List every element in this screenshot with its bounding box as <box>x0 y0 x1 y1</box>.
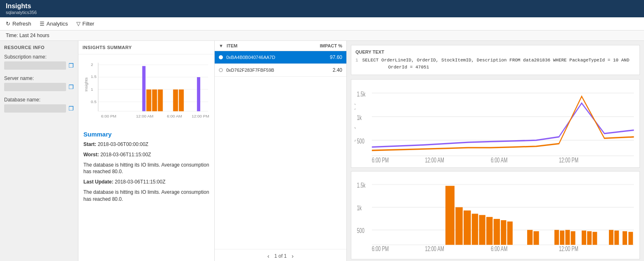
svg-rect-44 <box>472 214 478 245</box>
svg-text:1: 1 <box>91 87 93 92</box>
items-panel: ▼ ITEM IMPACT % 0xBA4B0B040746AA7D 97.60… <box>215 41 347 261</box>
svg-text:6:00 AM: 6:00 AM <box>167 114 182 118</box>
svg-rect-15 <box>197 77 200 111</box>
insights-chart: 2 1.5 1 0.5 <box>78 54 214 127</box>
summary-start: Start: 2018-03-06T00:00:00Z <box>83 141 209 148</box>
table-filter-icon: ▼ <box>219 43 223 48</box>
svg-text:500: 500 <box>357 137 365 145</box>
query-text-content: 1SELECT OrderLineID, OrderID, StockItemI… <box>355 57 635 71</box>
svg-text:6:00 PM: 6:00 PM <box>372 245 389 252</box>
database-label: Database name: <box>4 97 74 103</box>
summary-desc1: The database is hitting its IO limits. A… <box>83 162 209 176</box>
svg-rect-42 <box>455 207 463 245</box>
item-impact: 97.60 <box>309 54 342 60</box>
database-value <box>4 104 66 113</box>
filter-button[interactable]: ▽ Filter <box>76 21 95 27</box>
pagination-prev[interactable]: ‹ <box>268 253 270 259</box>
analytics-button[interactable]: ☰ Analytics <box>40 21 68 27</box>
query-text-label: QUERY TEXT <box>355 49 635 54</box>
svg-text:2: 2 <box>91 62 93 67</box>
app-title: Insights <box>6 2 638 10</box>
resource-info-panel: RESOURCE INFO Subscription name: ❐ Serve… <box>0 41 78 261</box>
subscription-value <box>4 61 66 70</box>
query-text-box: QUERY TEXT 1SELECT OrderLineID, OrderID,… <box>351 45 640 75</box>
server-value <box>4 83 66 91</box>
query-sql: SELECT OrderLineID, OrderID, StockItemID… <box>355 58 630 70</box>
resource-info-title: RESOURCE INFO <box>4 45 74 50</box>
items-pagination: ‹ 1 of 1 › <box>215 249 346 261</box>
pagination-next[interactable]: › <box>292 253 294 259</box>
svg-text:Insights: Insights <box>84 78 88 92</box>
insights-summary-title: INSIGHTS SUMMARY <box>78 41 214 54</box>
svg-rect-55 <box>571 231 575 245</box>
insights-chart-svg: 2 1.5 1 0.5 <box>83 58 210 123</box>
svg-rect-46 <box>486 217 492 245</box>
svg-text:12:00 PM: 12:00 PM <box>192 114 209 118</box>
col-item-header: ITEM <box>227 43 309 48</box>
svg-text:0.5: 0.5 <box>91 99 97 104</box>
pagination-info: 1 of 1 <box>274 253 286 259</box>
svg-rect-41 <box>445 186 455 245</box>
refresh-icon: ↻ <box>6 21 10 27</box>
row-dot <box>219 55 223 59</box>
svg-text:1k: 1k <box>357 205 362 212</box>
items-table-header: ▼ ITEM IMPACT % <box>215 41 346 51</box>
app-subtitle: sqlanalytics356 <box>6 10 638 15</box>
insights-summary-panel: INSIGHTS SUMMARY 2 1.5 1 0.5 <box>78 41 215 261</box>
subscription-label: Subscription name: <box>4 54 74 60</box>
item-id: 0xBA4B0B040746AA7D <box>226 55 309 60</box>
server-field: Server name: ❐ <box>4 75 74 91</box>
col-impact-header: IMPACT % <box>309 43 342 48</box>
svg-text:6:00 AM: 6:00 AM <box>491 156 507 164</box>
server-label: Server name: <box>4 75 74 81</box>
svg-text:Execution: Execution <box>355 202 355 231</box>
server-edit-icon[interactable]: ❐ <box>69 84 74 90</box>
toolbar: ↻ Refresh ☰ Analytics ▽ Filter <box>0 17 644 31</box>
filter-icon: ▽ <box>76 21 80 27</box>
svg-text:12:00 AM: 12:00 AM <box>136 114 154 118</box>
svg-text:12:00 PM: 12:00 PM <box>559 156 578 164</box>
svg-text:500: 500 <box>357 227 365 234</box>
time-label: Time: Last 24 hours <box>6 33 50 38</box>
svg-rect-56 <box>582 230 586 245</box>
svg-rect-47 <box>494 219 500 245</box>
subscription-edit-icon[interactable]: ❐ <box>69 62 74 69</box>
svg-rect-53 <box>560 230 564 245</box>
summary-section: Summary Start: 2018-03-06T00:00:00Z Wors… <box>78 127 214 261</box>
item-impact: 2.40 <box>309 67 342 73</box>
svg-text:6:00 PM: 6:00 PM <box>101 114 116 118</box>
database-edit-icon[interactable]: ❐ <box>69 105 74 112</box>
summary-title: Summary <box>83 131 209 138</box>
summary-worst: Worst: 2018-03-06T11:15:00Z <box>83 151 209 158</box>
table-row[interactable]: 0xD762F283F7FBF59B 2.40 <box>215 64 346 77</box>
svg-text:12:00 PM: 12:00 PM <box>559 245 578 252</box>
svg-rect-50 <box>527 230 533 245</box>
execution-svg: 1.5k 1k 500 <box>355 175 636 256</box>
svg-text:1.5k: 1.5k <box>357 182 366 189</box>
svg-rect-43 <box>464 210 471 245</box>
refresh-button[interactable]: ↻ Refresh <box>6 21 31 27</box>
svg-rect-10 <box>147 89 152 111</box>
svg-rect-11 <box>152 89 157 111</box>
svg-text:1.5: 1.5 <box>91 74 97 79</box>
execution-chart-box: 1.5k 1k 500 <box>351 171 640 260</box>
charts-container: 1.5k 1k 500 6:00 PM 12:00 AM 6:00 AM <box>347 79 644 261</box>
svg-rect-59 <box>609 230 613 245</box>
query-panel: QUERY TEXT 1SELECT OrderLineID, OrderID,… <box>347 41 644 261</box>
svg-text:6:00 AM: 6:00 AM <box>491 245 507 252</box>
svg-rect-13 <box>173 89 178 111</box>
items-table-body: 0xBA4B0B040746AA7D 97.60 0xD762F283F7FBF… <box>215 51 346 249</box>
item-id: 0xD762F283F7FBF59B <box>226 68 309 73</box>
table-row[interactable]: 0xBA4B0B040746AA7D 97.60 <box>215 51 346 64</box>
svg-text:6:00 PM: 6:00 PM <box>372 156 389 164</box>
svg-rect-51 <box>533 231 539 245</box>
time-bar: Time: Last 24 hours <box>0 31 644 41</box>
query-line-num: 1 <box>355 58 358 63</box>
svg-rect-58 <box>592 232 597 245</box>
svg-rect-45 <box>479 215 485 245</box>
svg-text:1k: 1k <box>357 114 362 122</box>
svg-rect-9 <box>142 66 146 111</box>
svg-text:12:00 AM: 12:00 AM <box>425 156 444 164</box>
svg-rect-52 <box>554 230 559 245</box>
svg-text:1.5k: 1.5k <box>357 90 366 98</box>
